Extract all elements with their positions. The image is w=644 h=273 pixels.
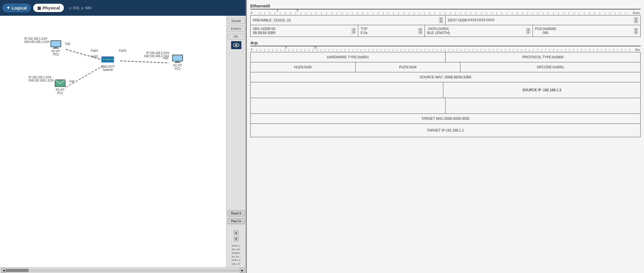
arp-empty-left [251, 82, 443, 98]
target-ip-label: TARGET IP:192.168.1.1 [427, 128, 464, 132]
svg-point-16 [112, 59, 113, 60]
logical-icon: ✦ [6, 5, 10, 11]
preamble-up[interactable]: ▲ [439, 17, 443, 20]
src-down[interactable]: ▼ [352, 31, 356, 34]
plen-cell: PLEN:0x04 [356, 62, 461, 72]
ethernet-section-title: EthernetII [250, 3, 641, 9]
svg-point-11 [103, 59, 104, 60]
toolbar: ✦ Logical ▦ Physical x: 832, y: 683 [0, 0, 246, 16]
coordinate-display: x: 832, y: 683 [69, 6, 91, 10]
svg-rect-20 [173, 55, 182, 61]
dest-arrows[interactable]: ▲ ▼ [634, 17, 638, 23]
target-mac-cell: TARGET MAC:0000.0000.0000 [251, 114, 640, 123]
target-ip-cell: TARGET IP:192.168.1.1 [251, 124, 640, 137]
pc1-icon [54, 79, 66, 88]
type-up[interactable]: ▲ [418, 28, 422, 31]
hardware-type-cell: HARDWARE TYPE:0x0001 [251, 52, 446, 62]
pc0-ip: IP:192.168.1.2/24 GW:192.168.1.1/24 [24, 37, 49, 43]
switch0-label: 2960-24TTSwitch0 [101, 65, 115, 71]
data-up[interactable]: ▲ [526, 28, 530, 31]
arp-ruler-0: 0 [251, 48, 257, 51]
arp-empty-left2 [251, 98, 446, 113]
pc2-node[interactable]: IP:192.168.2.2/24GW:192.168.2.1/24 PC-PT… [172, 54, 183, 70]
fcs-up[interactable]: ▲ [634, 28, 638, 31]
arp-row-4: SOURCE IP :192.168.1.3 [251, 82, 640, 98]
hlen-label: HLEN:0x06 [294, 65, 312, 69]
play-button[interactable]: Play Co [228, 218, 245, 224]
source-ip-label: SOURCE IP :192.168.1.3 [522, 88, 561, 92]
data-cell: DATA (VARIABLE LENGTH) ▲ ▼ [425, 25, 533, 37]
src-addr-label: SRC ADDR:000B.BE68.92B9 [253, 27, 275, 35]
event-list-text: Event LiACL FiltEIGRPvIoT, IoTPOP3, PSSH… [231, 243, 242, 267]
data-down[interactable]: ▼ [526, 31, 530, 34]
src-up[interactable]: ▲ [352, 28, 356, 31]
preamble-arrows[interactable]: ▲ ▼ [439, 17, 443, 23]
scroll-left-arrow[interactable]: ◀ [1, 268, 6, 273]
svg-point-15 [110, 59, 111, 60]
pc1-node[interactable]: IP:192.168.1.3/24 GW:192.168.1.1/24 PC-P… [54, 79, 66, 95]
switch0-icon [101, 54, 114, 65]
pc2-port: Fa0 [163, 57, 168, 60]
ruler-bytes: Bytes [629, 11, 640, 15]
svg-point-14 [108, 59, 109, 60]
eye-icon [233, 43, 239, 47]
scroll-right-arrow[interactable]: ▶ [240, 268, 245, 273]
logical-tab-label: Logical [12, 5, 27, 10]
preamble-label: PREAMBLE: 101010..10 [253, 18, 291, 22]
type-down[interactable]: ▼ [418, 31, 422, 34]
ethernet-row-1: PREAMBLE: 101010..10 ▲ ▼ DEST ADDR:FFFF.… [251, 15, 640, 25]
svg-point-12 [105, 59, 106, 60]
scroll-up-arrow[interactable]: ▲ [234, 230, 239, 235]
arp-row-5 [251, 98, 640, 114]
data-arrows[interactable]: ▲ ▼ [526, 28, 530, 34]
type-arrows[interactable]: ▲ ▼ [418, 28, 422, 34]
scroll-down-arrow[interactable]: ▼ [234, 237, 239, 241]
pc0-node[interactable]: IP:192.168.1.2/24 GW:192.168.1.1/24 PC-P… [50, 40, 62, 56]
type-cell: TYPE:0x ▲ ▼ [358, 25, 425, 37]
fcs-down[interactable]: ▼ [634, 31, 638, 34]
simulate-button[interactable]: Simulat [228, 18, 245, 24]
event-list-button[interactable]: Event Li [228, 26, 245, 32]
pc0-port: Fa0 [65, 42, 70, 45]
preamble-down[interactable]: ▼ [439, 20, 443, 23]
source-mac-label: SOURCE MAC :000B.BE68.92B9 [420, 75, 471, 79]
switch-port-fa01: Fa0/1 [91, 49, 98, 52]
svg-rect-6 [51, 41, 60, 46]
ethernet-row-2: SRC ADDR:000B.BE68.92B9 ▲ ▼ TYPE:0x ▲ ▼ … [251, 25, 640, 37]
arp-row-6: TARGET MAC:0000.0000.0000 [251, 114, 640, 124]
svg-line-1 [66, 66, 103, 87]
physical-tab[interactable]: ▦ Physical [33, 4, 64, 12]
fcs-arrows[interactable]: ▲ ▼ [634, 28, 638, 34]
arp-grid: HARDWARE TYPE:0x0001 PROTOCOL TYPE:0x080… [250, 52, 641, 137]
horizontal-scrollbar[interactable] [6, 269, 240, 272]
dest-addr-cell: DEST ADDR:FFFF.FFFF.FFFF ▲ ▼ [446, 15, 640, 25]
eye-button[interactable] [231, 41, 241, 49]
bottom-scrollbar[interactable]: ◀ ▶ [0, 267, 246, 273]
reset-button[interactable]: Reset S [228, 210, 245, 216]
arp-row-3: SOURCE MAC :000B.BE68.92B9 [251, 72, 640, 82]
ruler-4: 4 [277, 9, 278, 12]
opcode-label: OPCODE:0x0001 [537, 65, 564, 69]
fcs-label: FCS:0x00000000 [535, 27, 556, 35]
target-mac-label: TARGET MAC:0000.0000.0000 [422, 117, 470, 121]
arp-empty-right2 [446, 98, 640, 113]
switch0-node[interactable]: 2960-24TTSwitch0 Fa0/1 Fa0/2 Fa0/3 [101, 54, 115, 71]
arp-section: Arp 0 8 16 Bits HARDWARE TYPE:0x0001 PRO… [250, 40, 641, 137]
preamble-cell: PREAMBLE: 101010..10 ▲ ▼ [251, 15, 446, 25]
pc0-icon [50, 40, 62, 49]
src-addr-cell: SRC ADDR:000B.BE68.92B9 ▲ ▼ [251, 25, 358, 37]
protocol-type-cell: PROTOCOL TYPE:0x0800 [446, 52, 640, 62]
dest-down[interactable]: ▼ [634, 20, 638, 23]
hlen-cell: HLEN:0x06 [251, 62, 356, 72]
protocol-type-label: PROTOCOL TYPE:0x0800 [522, 55, 564, 59]
vis-button[interactable]: Vis. [228, 33, 245, 39]
source-ip-cell: SOURCE IP :192.168.1.3 [443, 82, 640, 98]
network-canvas: IP:192.168.1.2/24 GW:192.168.1.1/24 PC-P… [0, 16, 246, 267]
logical-tab[interactable]: ✦ Logical [2, 3, 31, 12]
plen-label: PLEN:0x04 [399, 65, 417, 69]
fcs-cell: FCS:0x00000000 ▲ ▼ [533, 25, 640, 37]
src-arrows[interactable]: ▲ ▼ [352, 28, 356, 34]
dest-up[interactable]: ▲ [634, 17, 638, 20]
ethernet-grid: PREAMBLE: 101010..10 ▲ ▼ DEST ADDR:FFFF.… [250, 15, 641, 37]
pc2-label: PC-PTPC2 [173, 64, 182, 70]
